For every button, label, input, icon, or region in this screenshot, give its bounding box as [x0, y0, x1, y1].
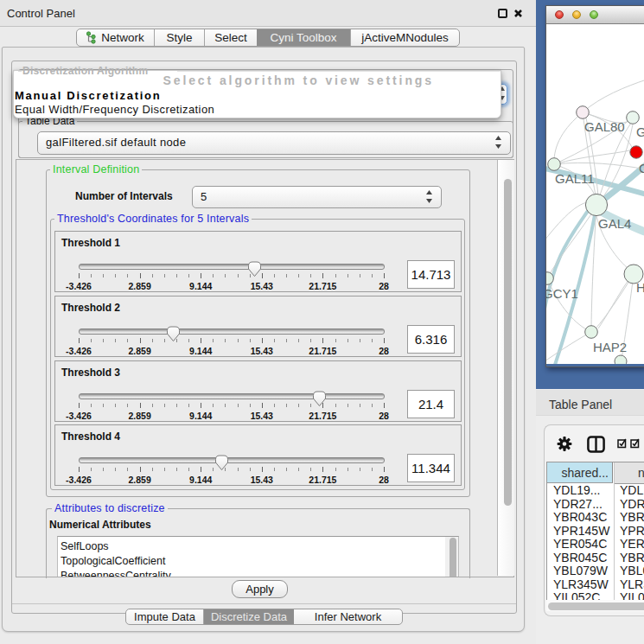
svg-text:G: G [636, 124, 644, 139]
svg-text:GCY1: GCY1 [546, 286, 578, 301]
svg-text:GAL4: GAL4 [598, 216, 631, 231]
svg-text:H: H [636, 280, 644, 295]
svg-text:GAL80: GAL80 [584, 119, 625, 134]
svg-text:HAP2: HAP2 [593, 340, 627, 354]
svg-text:C: C [639, 161, 644, 175]
svg-text:GAL11: GAL11 [555, 171, 595, 186]
